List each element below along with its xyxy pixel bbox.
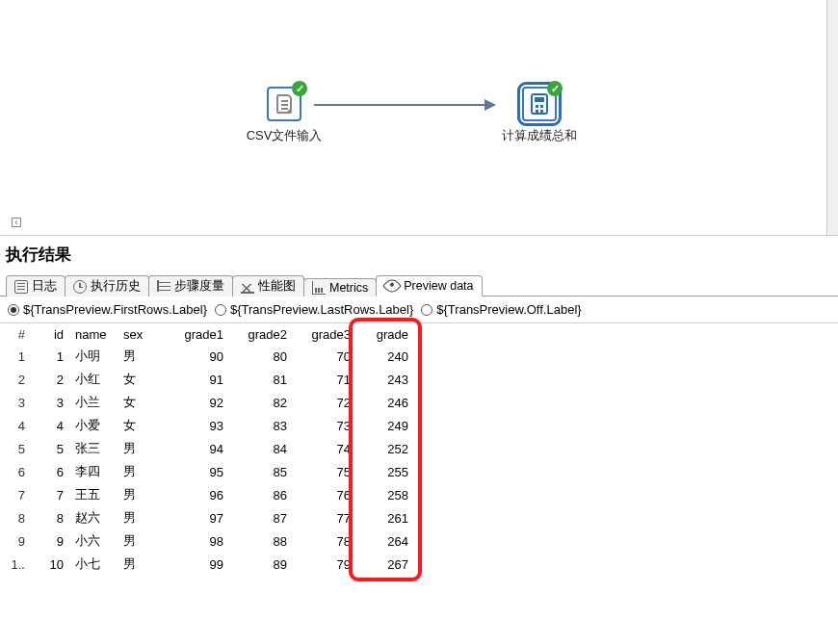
tab-metrics[interactable]: Metrics (303, 278, 377, 296)
cell-grade1: 99 (166, 553, 229, 576)
cell-sex: 男 (118, 553, 166, 576)
success-badge-icon: ✓ (547, 81, 563, 96)
table-row[interactable]: 77王五男968676258 (4, 483, 414, 506)
flow-node-calc-sum[interactable]: ✓计算成绩总和 (491, 87, 588, 144)
cell-rownum: 7 (4, 483, 31, 506)
cell-grade2: 87 (229, 506, 293, 529)
cell-grade3: 74 (293, 437, 356, 460)
col-header-grade3[interactable]: grade3 (293, 323, 356, 345)
tab-label: Preview data (404, 279, 473, 293)
cell-grade: 246 (356, 391, 414, 414)
cell-grade2: 88 (229, 529, 293, 553)
table-row[interactable]: 22小红女918171243 (4, 368, 414, 391)
flow-node-label: CSV文件输入 (236, 127, 332, 144)
tab-history[interactable]: 执行历史 (65, 275, 149, 296)
cell-name: 小六 (69, 529, 118, 553)
cell-rownum: 8 (4, 506, 31, 529)
tab-step[interactable]: 步骤度量 (148, 275, 233, 296)
radio-last[interactable]: ${TransPreview.LastRows.Label} (215, 302, 413, 317)
cell-name: 小红 (69, 368, 118, 391)
cell-grade2: 84 (229, 437, 293, 460)
cell-grade1: 98 (166, 529, 229, 553)
radio-icon (8, 304, 19, 316)
table-row[interactable]: 44小爱女938373249 (4, 414, 414, 437)
col-header-sex[interactable]: sex (118, 323, 166, 345)
cell-grade3: 75 (293, 460, 356, 483)
cell-grade3: 72 (293, 391, 356, 414)
table-row[interactable]: 88赵六男978777261 (4, 506, 414, 529)
col-header-id[interactable]: id (31, 323, 69, 345)
cell-sex: 男 (118, 529, 166, 553)
tab-label: 步骤度量 (174, 278, 224, 295)
cell-grade1: 95 (166, 460, 229, 483)
cell-name: 赵六 (69, 506, 118, 529)
radio-off[interactable]: ${TransPreview.Off.Label} (421, 302, 581, 317)
cell-sex: 男 (118, 345, 166, 368)
tab-label: Metrics (329, 281, 368, 295)
cell-rownum: 1.. (4, 553, 31, 576)
cell-grade: 243 (356, 368, 414, 391)
cell-name: 小爱 (69, 414, 118, 437)
col-header-grade1[interactable]: grade1 (166, 323, 229, 345)
cell-sex: 女 (118, 368, 166, 391)
canvas-collapse-icon[interactable]: ‹ (12, 218, 21, 227)
preview-radio-row: ${TransPreview.FirstRows.Label}${TransPr… (0, 296, 838, 323)
cell-sex: 女 (118, 391, 166, 414)
col-header-grade2[interactable]: grade2 (229, 323, 293, 345)
cell-grade: 252 (356, 437, 414, 460)
table-row[interactable]: 99小六男988878264 (4, 529, 414, 553)
table-row[interactable]: 11小明男908070240 (4, 345, 414, 368)
cell-name: 小七 (69, 553, 118, 576)
col-header-rownum[interactable]: # (4, 323, 31, 345)
cell-id: 1 (31, 345, 69, 368)
table-row[interactable]: 66李四男958575255 (4, 460, 414, 483)
cell-grade1: 97 (166, 506, 229, 529)
tab-perf[interactable]: 性能图 (232, 275, 304, 296)
col-header-grade[interactable]: grade (356, 323, 414, 345)
cell-grade: 258 (356, 483, 414, 506)
cell-grade3: 76 (293, 483, 356, 506)
col-header-name[interactable]: name (69, 323, 118, 345)
cell-grade3: 73 (293, 414, 356, 437)
cell-rownum: 4 (4, 414, 31, 437)
cell-id: 10 (31, 553, 69, 576)
cell-grade3: 70 (293, 345, 356, 368)
cell-grade3: 78 (293, 529, 356, 553)
cell-grade3: 79 (293, 553, 356, 576)
cell-name: 李四 (69, 460, 118, 483)
cell-name: 小兰 (69, 391, 118, 414)
cell-id: 5 (31, 437, 69, 460)
radio-label: ${TransPreview.LastRows.Label} (230, 302, 413, 317)
cell-id: 9 (31, 529, 69, 553)
success-badge-icon: ✓ (292, 81, 307, 96)
cell-grade: 261 (356, 506, 414, 529)
flow-connector[interactable] (314, 104, 495, 106)
canvas-scrollbar[interactable] (826, 0, 838, 235)
cell-grade1: 94 (166, 437, 229, 460)
table-row[interactable]: 33小兰女928272246 (4, 391, 414, 414)
tab-preview[interactable]: Preview data (376, 275, 482, 296)
cell-name: 张三 (69, 437, 118, 460)
cell-rownum: 6 (4, 460, 31, 483)
cell-grade3: 71 (293, 368, 356, 391)
radio-label: ${TransPreview.FirstRows.Label} (23, 302, 207, 317)
cell-sex: 男 (118, 460, 166, 483)
cell-grade2: 82 (229, 391, 293, 414)
cell-name: 王五 (69, 483, 118, 506)
table-row[interactable]: 55张三男948474252 (4, 437, 414, 460)
cell-grade3: 77 (293, 506, 356, 529)
flow-node-csv-input[interactable]: ✓CSV文件输入 (236, 87, 332, 144)
cell-grade: 249 (356, 414, 414, 437)
radio-first[interactable]: ${TransPreview.FirstRows.Label} (8, 302, 207, 317)
preview-table[interactable]: #idnamesexgrade1grade2grade3grade11小明男90… (4, 323, 414, 576)
table-row[interactable]: 1..10小七男998979267 (4, 553, 414, 576)
cell-sex: 男 (118, 483, 166, 506)
cell-rownum: 1 (4, 345, 31, 368)
log-icon (14, 280, 28, 294)
tab-log[interactable]: 日志 (6, 275, 65, 296)
cell-id: 6 (31, 460, 69, 483)
tab-label: 执行历史 (91, 278, 141, 295)
cell-grade1: 91 (166, 368, 229, 391)
flow-canvas[interactable]: ‹ ✓CSV文件输入✓计算成绩总和 (0, 0, 838, 236)
results-title: 执行结果 (0, 236, 838, 271)
